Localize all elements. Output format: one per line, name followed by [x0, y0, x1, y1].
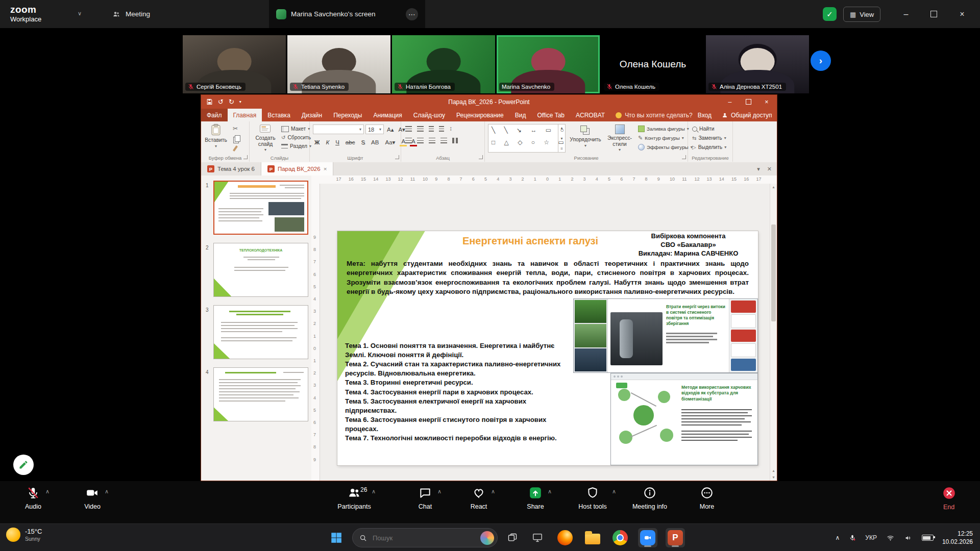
wifi-icon[interactable] — [881, 524, 899, 551]
clock[interactable]: 12:25 10.02.2026 — [938, 530, 980, 546]
hidden-icons-chevron[interactable]: ∧ — [831, 524, 845, 551]
react-options-caret[interactable]: ∧ — [491, 488, 495, 495]
firefox-icon[interactable] — [555, 528, 575, 547]
audio-options-caret[interactable]: ∧ — [45, 488, 50, 495]
view-button[interactable]: ▦ View — [843, 7, 880, 22]
vertical-scrollbar[interactable]: ▴ ▴▾ — [770, 184, 777, 481]
align-left-icon[interactable] — [405, 138, 412, 143]
security-shield-icon[interactable]: ✓ — [823, 7, 837, 21]
line-spacing-icon[interactable]: ↕ — [449, 126, 452, 132]
task-view-button[interactable] — [503, 528, 522, 547]
ppt-minimize-button[interactable]: – — [721, 95, 739, 109]
mic-in-use-icon[interactable] — [844, 524, 861, 551]
slide-thumbnail-1[interactable] — [213, 181, 308, 235]
italic-button[interactable]: К — [324, 139, 331, 146]
video-tile[interactable]: Tetiana Synenko — [287, 35, 390, 93]
underline-button[interactable]: Ч — [334, 139, 341, 146]
numbering-icon[interactable] — [417, 126, 424, 132]
text-shadow-button[interactable]: S — [359, 139, 366, 146]
chevron-down-icon[interactable]: ∨ — [78, 10, 82, 17]
replace-button[interactable]: ⇆Заменить▾ — [692, 134, 726, 142]
arrange-button[interactable]: Упорядочить ▾ — [569, 124, 602, 148]
slide-thumbnail-3[interactable] — [213, 305, 308, 359]
ppt-close-button[interactable]: × — [757, 95, 776, 109]
end-button[interactable]: End — [918, 486, 979, 511]
bullets-icon[interactable] — [405, 126, 412, 132]
next-page-button[interactable]: › — [811, 51, 831, 71]
grow-font-button[interactable]: А▴ — [385, 126, 395, 134]
shape-fill-button[interactable]: Заливка фигуры▾ — [638, 124, 693, 133]
host-tools-options-caret[interactable]: ∧ — [612, 488, 616, 495]
share-button[interactable]: ∧ Share — [505, 486, 566, 510]
shape-outline-button[interactable]: ✎Контур фигуры▾ — [638, 134, 693, 142]
reset-button[interactable]: ↺Сбросить — [281, 133, 311, 142]
character-spacing-button[interactable]: АВ — [370, 139, 380, 146]
tab-transitions[interactable]: Переходы — [328, 109, 368, 121]
search-input[interactable] — [372, 534, 476, 542]
decrease-indent-icon[interactable] — [429, 126, 434, 132]
share-document-button[interactable]: Общий доступ — [722, 112, 772, 119]
slide[interactable]: Енергетичні аспекти галузі Вибіркова ком… — [337, 231, 758, 465]
shapes-scroll-buttons[interactable]: ▴▾≡ — [558, 124, 565, 152]
find-button[interactable]: Найти — [692, 124, 726, 133]
tab-meeting[interactable]: Meeting — [105, 0, 157, 28]
minimize-button[interactable]: – — [894, 0, 918, 28]
justify-icon[interactable] — [440, 138, 447, 143]
meeting-info-button[interactable]: Meeting info — [619, 486, 680, 510]
font-size-combo[interactable]: 18▾ — [365, 124, 384, 134]
dialog-launcher-icon[interactable] — [479, 155, 483, 159]
chat-options-caret[interactable]: ∧ — [437, 488, 442, 495]
slide-header-block[interactable]: Вибіркова компонента СВО «Бакалавр» Викл… — [622, 232, 755, 258]
video-button[interactable]: ∧ Video — [62, 486, 123, 510]
doc-tab-2-active[interactable]: P Парад ВК_2026 × — [261, 162, 333, 176]
bold-button[interactable]: Ж — [313, 139, 321, 146]
weather-widget[interactable]: -15°C Sunny — [6, 528, 42, 542]
powerpoint-titlebar[interactable]: ↺ ↻ ▾ Парад ВК_2026 - PowerPoint – × — [201, 95, 777, 109]
section-button[interactable]: Раздел▾ — [281, 142, 311, 151]
chrome-icon[interactable] — [610, 528, 630, 547]
tab-insert[interactable]: Вставка — [262, 109, 296, 121]
tab-home[interactable]: Главная — [228, 109, 262, 121]
tab-review[interactable]: Рецензирование — [451, 109, 509, 121]
video-options-caret[interactable]: ∧ — [105, 488, 109, 495]
doc-tab-1[interactable]: P Тема 4 урок 6 — [201, 162, 261, 176]
slide-thumbnail-2[interactable]: ТЕПЛОХОЛОДОТЕХНІКА — [213, 243, 308, 297]
align-right-icon[interactable] — [429, 138, 435, 143]
share-options-caret[interactable]: ∧ — [548, 488, 552, 495]
volume-icon[interactable] — [899, 524, 917, 551]
shape-effects-button[interactable]: Эффекты фигуры▾ — [638, 143, 693, 152]
change-case-button[interactable]: Аа▾ — [383, 138, 397, 146]
powerpoint-app-icon[interactable]: P — [666, 528, 685, 547]
slide-title[interactable]: Енергетичні аспекти галузі — [439, 235, 621, 247]
tab-shared-screen[interactable]: Marina Savchenko's screen ⋯ — [269, 0, 425, 28]
slide-goal-paragraph[interactable]: Мета: набуття студентами необхідних знан… — [347, 259, 749, 296]
start-button[interactable] — [327, 528, 346, 547]
search-highlight-image[interactable] — [480, 531, 494, 545]
embedded-screenshot-2[interactable]: Методи використання харчових відходів як… — [610, 373, 758, 465]
undo-icon[interactable]: ↺ — [218, 98, 224, 106]
close-button[interactable]: × — [950, 0, 974, 28]
select-button[interactable]: ▷Выделить▾ — [692, 143, 726, 152]
dialog-launcher-icon[interactable] — [395, 155, 399, 159]
maximize-button[interactable] — [922, 0, 945, 28]
font-name-combo[interactable]: ▾ — [313, 124, 364, 134]
annotation-pencil-button[interactable] — [13, 455, 34, 475]
increase-indent-icon[interactable] — [439, 126, 444, 132]
tab-office-tab[interactable]: Office Tab — [531, 109, 570, 121]
tab-acrobat[interactable]: ACROBAT — [570, 109, 610, 121]
tab-animations[interactable]: Анимация — [368, 109, 407, 121]
dialog-launcher-icon[interactable] — [682, 155, 686, 159]
quick-styles-button[interactable]: Экспресс-стили ▾ — [604, 124, 635, 152]
cut-icon[interactable]: ✂ — [233, 126, 240, 132]
save-icon[interactable] — [206, 98, 213, 105]
sign-in-button[interactable]: Вход — [698, 112, 712, 119]
battery-icon[interactable] — [917, 524, 938, 551]
align-center-icon[interactable] — [417, 138, 424, 143]
more-options-icon[interactable]: ⋯ — [406, 8, 418, 20]
participants-button[interactable]: 26 ∧ Participants — [324, 486, 385, 510]
more-button[interactable]: More — [676, 486, 738, 510]
audio-button[interactable]: ∧ Audio — [3, 486, 64, 510]
video-tile-active-speaker[interactable]: Marina Savchenko — [497, 35, 600, 93]
chat-button[interactable]: ∧ Chat — [395, 486, 456, 510]
taskbar-search[interactable] — [352, 528, 498, 547]
